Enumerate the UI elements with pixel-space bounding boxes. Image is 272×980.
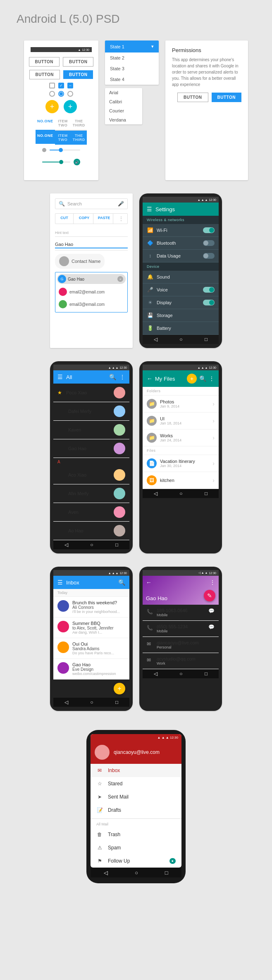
cut-btn[interactable]: CUT (55, 214, 74, 224)
files-vacation[interactable]: 📄 Vacation Itinerary Jan 30, 2014 › (143, 455, 219, 472)
dropdown-item-2[interactable]: State 2 (105, 52, 159, 63)
perm-btn-1[interactable]: BUTTON (177, 93, 208, 102)
files-more-icon[interactable]: ⋮ (209, 375, 215, 382)
display-toggle[interactable] (203, 300, 215, 305)
settings-storage[interactable]: 💾 Storage (143, 309, 219, 322)
nav-back-big[interactable] (104, 870, 108, 876)
files-kitchen[interactable]: 🖼 kitchen › (143, 472, 219, 489)
value-text-field[interactable]: Gao Hao (55, 240, 128, 250)
inbox-item-4[interactable]: Gao Hao Eve Design weibo.com/castimpress… (53, 659, 129, 680)
slider-1[interactable] (50, 150, 80, 150)
nav-home-5[interactable] (179, 671, 182, 677)
contact-poco[interactable]: ★ Poco Xiao (53, 384, 129, 402)
email-chip-close[interactable]: × (117, 276, 123, 282)
folder-more-2[interactable]: › (212, 417, 215, 424)
nav-recent-2[interactable] (115, 542, 118, 548)
settings-display[interactable]: ☀ Display (143, 296, 219, 309)
files-works[interactable]: 📁 Works Jan 24, 2014 › (143, 429, 219, 446)
search-box[interactable]: 🔍 Search 🎤 (55, 198, 128, 209)
contact-email-2[interactable]: ✉ qcystudio@qq.com Work (143, 653, 219, 669)
contact-edit-fab[interactable]: ✎ (204, 590, 215, 601)
button-filled-1[interactable]: BUTTON (63, 70, 93, 79)
paste-btn[interactable]: PASTE (95, 214, 113, 224)
inbox-menu-icon[interactable]: ☰ (57, 579, 63, 586)
contact-aohao[interactable]: Ao Hao (53, 522, 129, 540)
contact-chip[interactable]: Contact Name (55, 254, 105, 269)
drawer-followup[interactable]: ⚑ Follow Up ● (91, 854, 181, 868)
fab-yellow[interactable]: + (45, 100, 59, 113)
button-outlined-1[interactable]: BUTTON (29, 57, 60, 67)
contact-phone-1[interactable]: 📞 189-1063-0646 Mobile 💬 (143, 605, 219, 621)
contact-email-1[interactable]: ✉ qiancaoyu@live.com Personal (143, 637, 219, 653)
slider-2[interactable] (42, 162, 70, 162)
wifi-toggle[interactable] (203, 227, 215, 233)
radio-unchecked-2[interactable] (67, 91, 73, 97)
contacts-menu-icon[interactable]: ☰ (57, 374, 63, 380)
folder-more-3[interactable]: › (212, 434, 215, 441)
contact-phone-2[interactable]: 📞 (650) 555-1234 Mobile 💬 (143, 621, 219, 637)
email-option-2[interactable]: email3@email.com (57, 298, 126, 310)
button-outlined-2[interactable]: BUTTON (63, 57, 93, 67)
drawer-trash[interactable]: 🗑 Trash (91, 828, 181, 841)
radio-checked[interactable] (58, 91, 64, 97)
nav-recent-big[interactable] (165, 870, 168, 876)
drawer-sent[interactable]: ➤ Sent Mail (91, 790, 181, 804)
font-courier[interactable]: Courier (105, 106, 142, 115)
nav-back[interactable] (154, 336, 157, 342)
tab-2[interactable]: ITEM TWO (55, 117, 71, 130)
contact-afin[interactable]: Afin Merfy (53, 484, 129, 503)
contacts-search-icon[interactable]: 🔍 (109, 374, 116, 380)
tab-1[interactable]: NO.ONE (36, 117, 55, 131)
fab-teal[interactable]: + (64, 100, 77, 113)
email-chip-1[interactable]: G Gao Hao × (57, 274, 126, 284)
files-photos[interactable]: 📁 Photos Jan 9, 2014 › (143, 396, 219, 413)
hint-text-field[interactable]: Hint text (55, 229, 128, 237)
tab-filled-3[interactable]: THE THIRD (71, 131, 87, 145)
files-ui[interactable]: 📁 UI Jan 18, 2014 › (143, 413, 219, 429)
tab-filled-2[interactable]: ITEM TWO (55, 131, 71, 145)
checkbox-unchecked[interactable] (49, 83, 55, 88)
dropdown-item-4[interactable]: State 4 (105, 74, 159, 85)
inbox-item-1[interactable]: Brunch this weekend? Ali Connors I'll be… (53, 597, 129, 618)
settings-bluetooth[interactable]: 🔷 Bluetooth (143, 237, 219, 250)
perm-btn-2[interactable]: BUTTON (212, 93, 241, 102)
drawer-inbox[interactable]: ✉ Inbox (91, 764, 181, 777)
nav-recent-4[interactable] (115, 699, 118, 705)
nav-home[interactable] (179, 336, 182, 342)
nav-home-4[interactable] (90, 699, 93, 705)
nav-recent-3[interactable] (205, 491, 208, 496)
settings-menu-icon[interactable]: ☰ (147, 206, 152, 212)
settings-data[interactable]: ↕ Data Usage (143, 250, 219, 262)
nav-recent[interactable] (205, 336, 208, 342)
font-arial[interactable]: Arial (105, 88, 142, 97)
files-fab-btn[interactable]: + (187, 374, 197, 384)
inbox-item-3[interactable]: Oui Oui Sandra Adams Do you have Paris r… (53, 638, 129, 659)
contact-dafei[interactable]: Dafei Merfy (53, 402, 129, 421)
email-option-1[interactable]: email2@email.com (57, 286, 126, 298)
nav-recent-5[interactable] (205, 671, 208, 677)
nav-back-3[interactable] (154, 491, 157, 496)
drawer-spam[interactable]: ⚠ Spam (91, 841, 181, 854)
checkbox-indeterminate[interactable]: – (67, 83, 73, 88)
dropdown-item-3[interactable]: State 3 (105, 63, 159, 74)
nav-home-big[interactable] (135, 870, 138, 876)
files-back-icon[interactable]: ← (147, 375, 153, 382)
settings-wifi[interactable]: 📶 Wi-Fi (143, 224, 219, 237)
dropdown-header[interactable]: State 1 ▾ (105, 41, 159, 52)
drawer-stared[interactable]: ☆ Stared (91, 777, 181, 790)
checkbox-checked[interactable]: ✓ (58, 83, 64, 88)
copy-btn[interactable]: COPY (75, 214, 93, 224)
nav-back-5[interactable] (154, 671, 157, 677)
nav-back-4[interactable] (64, 699, 68, 705)
file-more-2[interactable]: › (212, 477, 215, 484)
contact-aco[interactable]: Aco Xiao (53, 466, 129, 484)
contacts-more-icon[interactable]: ⋮ (119, 374, 125, 380)
files-search-icon[interactable]: 🔍 (199, 375, 206, 382)
drawer-drafts[interactable]: 📝 Drafts (91, 804, 181, 817)
nav-back-2[interactable] (64, 542, 68, 548)
nav-home-2[interactable] (90, 542, 93, 548)
inbox-compose-fab[interactable]: + (114, 683, 125, 694)
nav-home-3[interactable] (179, 491, 182, 496)
contact-gaohao[interactable]: Gao Hao (53, 439, 129, 458)
settings-sound[interactable]: 🔔 Sound (143, 271, 219, 284)
